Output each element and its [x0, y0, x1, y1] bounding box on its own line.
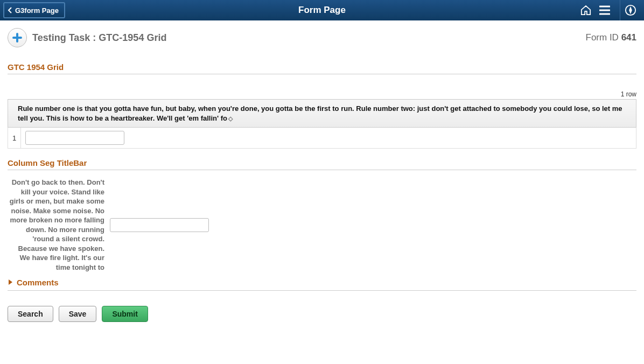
button-bar: Search Save Submit [8, 306, 636, 322]
content: GTC 1954 Grid 1 row Rule number one is t… [0, 53, 644, 333]
plus-icon [12, 33, 22, 43]
field-input-wrap [110, 218, 209, 232]
grid-cell-input[interactable] [25, 131, 124, 145]
chevron-left-icon [8, 7, 13, 13]
table-row: 1 [8, 128, 636, 149]
sort-indicator-icon: ◇ [228, 115, 233, 122]
row-cell [21, 128, 636, 149]
page-banner-title: Form Page [0, 5, 644, 16]
field-row: Don't go back to then. Don't kill your v… [8, 170, 636, 274]
grid-table: Rule number one is that you gotta have f… [8, 99, 636, 149]
row-count: 1 row [8, 90, 636, 98]
grid-column-header[interactable]: Rule number one is that you gotta have f… [8, 100, 636, 128]
grid-column-header-text: Rule number one is that you gotta have f… [18, 104, 622, 122]
form-id-value: 641 [621, 32, 636, 43]
form-id-label: Form ID [586, 32, 619, 43]
compass-wrap [620, 0, 641, 20]
column-seg-input[interactable] [110, 218, 209, 232]
section-title-columnseg: Column Seg TitleBar [8, 149, 636, 170]
back-button[interactable]: G3form Page [3, 2, 65, 18]
home-icon[interactable] [580, 5, 592, 16]
row-number: 1 [8, 128, 21, 149]
form-id: Form ID 641 [586, 32, 637, 43]
save-button[interactable]: Save [59, 306, 97, 322]
comments-toggle[interactable]: Comments [8, 275, 636, 291]
banner-actions [580, 0, 644, 20]
section-title-grid: GTC 1954 Grid [8, 53, 636, 74]
back-button-label: G3form Page [15, 6, 59, 15]
expand-right-icon [9, 279, 12, 285]
top-banner: G3form Page Form Page [0, 0, 644, 20]
search-button[interactable]: Search [8, 306, 53, 322]
page-title: Testing Task : GTC-1954 Grid [32, 32, 166, 44]
page-header: Testing Task : GTC-1954 Grid Form ID 641 [0, 20, 644, 53]
comments-label: Comments [17, 278, 59, 287]
add-button[interactable] [8, 28, 27, 47]
submit-button[interactable]: Submit [102, 306, 148, 322]
compass-icon[interactable] [625, 4, 636, 16]
field-label: Don't go back to then. Don't kill your v… [8, 178, 110, 272]
menu-icon[interactable] [599, 5, 610, 15]
